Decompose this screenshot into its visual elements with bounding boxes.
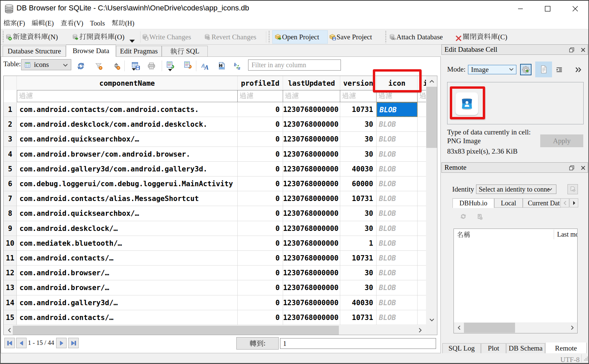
row-header[interactable]: 10 (4, 236, 17, 251)
dock-tab-db-schema[interactable]: DB Schema (506, 343, 545, 354)
cell-version[interactable]: 60000 (340, 176, 377, 191)
insert-record-button[interactable] (165, 59, 175, 70)
goto-record-input[interactable]: 1 (280, 338, 436, 349)
cell-icon[interactable]: BLOB (377, 102, 418, 117)
cell-componentName[interactable]: com.android.quicksearchbox/… (17, 206, 238, 221)
cell-icon[interactable]: BLOB (377, 221, 418, 236)
row-header[interactable]: 12 (4, 266, 17, 280)
tab-edit-pragmas[interactable]: Edit Pragmas (116, 46, 162, 56)
cell-profileId[interactable]: 0 (238, 251, 283, 266)
row-header[interactable]: 5 (4, 162, 17, 176)
row-header[interactable]: 4 (4, 147, 17, 162)
close-panel-icon[interactable] (581, 47, 586, 52)
close-button[interactable] (564, 0, 586, 17)
display-format-button[interactable] (201, 60, 211, 71)
cell-componentName[interactable]: com.android.deskclock/… (17, 221, 238, 236)
row-header[interactable]: 8 (4, 206, 17, 221)
row-header[interactable]: 2 (4, 117, 17, 132)
cell-componentName[interactable]: com.android.gallery3d/com.android.galler… (17, 162, 238, 176)
cell-lastUpdated[interactable]: 1230768000000 (283, 280, 340, 295)
cell-version[interactable]: 30 (340, 147, 377, 162)
float-panel-icon[interactable] (569, 165, 575, 171)
remote-refresh-button[interactable] (460, 213, 467, 221)
cell-lastUpdated[interactable]: 1230768000000 (283, 310, 340, 325)
cell-icon[interactable]: BLOB (377, 295, 418, 310)
cell-profileId[interactable]: 0 (238, 280, 283, 295)
next-record-button[interactable] (56, 338, 67, 348)
tab-browse-data[interactable]: Browse Data (66, 45, 116, 57)
write-changes-button[interactable]: Write Changes (140, 30, 193, 44)
first-record-button[interactable] (4, 338, 15, 348)
tab-scroll-right-button[interactable] (570, 198, 578, 207)
resize-grip[interactable] (583, 356, 588, 362)
dock-tab-remote[interactable]: Remote (545, 342, 587, 354)
cell-profileId[interactable]: 0 (238, 102, 283, 117)
cell-version[interactable]: 40030 (340, 162, 377, 176)
dock-tab-sql-log[interactable]: SQL Log (442, 343, 481, 354)
horizontal-scrollbar[interactable] (4, 325, 426, 335)
open-database-dropdown-arrow[interactable] (129, 40, 135, 43)
print-button[interactable] (146, 60, 156, 71)
cell-componentName[interactable]: com.mediatek.bluetooth/… (17, 236, 238, 251)
new-database-button[interactable]: (N) (3, 30, 60, 44)
cell-version[interactable]: 30 (340, 280, 377, 295)
apply-button[interactable]: Apply (540, 134, 583, 147)
cell-lastUpdated[interactable]: 1230768000000 (283, 221, 340, 236)
cell-icon[interactable]: BLOB (377, 191, 418, 206)
goto-record-button[interactable]: : (236, 337, 279, 350)
insert-record-dropdown-arrow[interactable] (168, 69, 172, 71)
cell-version[interactable]: 30 (340, 117, 377, 132)
open-database-button[interactable]: (O) (70, 30, 126, 44)
cell-profileId[interactable]: 0 (238, 236, 283, 251)
cell-icon[interactable]: BLOB (377, 251, 418, 266)
menu-tools[interactable]: Tools (87, 19, 108, 28)
row-header[interactable]: 13 (4, 280, 17, 295)
cell-icon[interactable]: BLOB (377, 117, 418, 132)
toolbar-drag-handle[interactable] (385, 31, 386, 43)
cell-icon[interactable]: BLOB (377, 162, 418, 176)
cell-version[interactable]: 10731 (340, 102, 377, 117)
last-record-button[interactable] (68, 338, 79, 348)
cell-version[interactable]: 30 (340, 206, 377, 221)
import-data-button[interactable] (520, 64, 532, 75)
cell-profileId[interactable]: 0 (238, 221, 283, 236)
vertical-scrollbar-thumb[interactable] (426, 87, 437, 148)
cell-icon[interactable]: BLOB (377, 147, 418, 162)
filter-any-column-input[interactable]: Filter in any column (248, 59, 341, 71)
cell-componentName[interactable]: com.android.gallery3d/… (17, 295, 238, 310)
cell-lastUpdated[interactable]: 1230768000000 (283, 191, 340, 206)
cell-icon[interactable]: BLOB (377, 206, 418, 221)
cell-componentName[interactable]: com.android.contacts/alias.MessageShortc… (17, 191, 238, 206)
menu-file[interactable]: (F) (0, 19, 28, 28)
close-database-button[interactable]: (C) (453, 30, 509, 44)
cell-profileId[interactable]: 0 (238, 295, 283, 310)
remote-tab-current-database[interactable]: Current Dat (523, 198, 561, 208)
save-table-dropdown-arrow[interactable] (132, 68, 136, 71)
open-project-button[interactable]: Open Project (272, 30, 328, 44)
mode-combobox[interactable]: Image (468, 65, 516, 74)
scroll-up-button[interactable] (426, 76, 437, 87)
dock-tab-plot[interactable]: Plot (481, 343, 506, 354)
cell-profileId[interactable]: 0 (238, 162, 283, 176)
horizontal-scrollbar-thumb[interactable] (13, 326, 339, 335)
text-mode-button[interactable] (535, 62, 552, 77)
find-in-table-button[interactable] (217, 60, 227, 71)
identity-connect-button[interactable] (567, 184, 578, 194)
cell-componentName[interactable]: com.android.contacts/… (17, 310, 238, 325)
cell-lastUpdated[interactable]: 1230768000000 (283, 147, 340, 162)
maximize-button[interactable] (537, 0, 559, 17)
cell-profileId[interactable]: 0 (238, 176, 283, 191)
cell-lastUpdated[interactable]: 1230768000000 (283, 162, 340, 176)
cell-version[interactable]: 10731 (340, 251, 377, 266)
remote-push-database-button[interactable] (476, 213, 483, 221)
column-header-profileId[interactable]: profileId (238, 76, 283, 90)
row-header[interactable]: 6 (4, 176, 17, 191)
cell-lastUpdated[interactable]: 1230768000000 (283, 102, 340, 117)
scroll-right-button[interactable] (567, 322, 577, 333)
minimize-button[interactable] (509, 0, 532, 17)
vertical-scrollbar[interactable] (426, 76, 437, 325)
close-panel-icon[interactable] (581, 165, 586, 170)
row-header[interactable]: 9 (4, 221, 17, 236)
tab-execute-sql[interactable]: SQL (162, 46, 208, 56)
cell-componentName[interactable]: com.android.browser/com.android.browser. (17, 147, 238, 162)
